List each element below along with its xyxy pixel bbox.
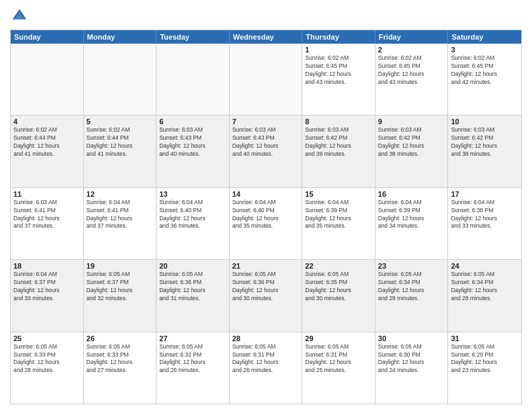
calendar-cell-23: 23Sunrise: 6:05 AM Sunset: 6:34 PM Dayli…	[375, 260, 449, 331]
day-number: 12	[87, 190, 154, 198]
day-number: 21	[232, 262, 300, 270]
day-number: 26	[87, 334, 154, 342]
calendar-cell-empty-0-1	[84, 44, 157, 115]
calendar-cell-empty-0-2	[157, 44, 230, 115]
calendar-cell-29: 29Sunrise: 6:05 AM Sunset: 6:31 PM Dayli…	[302, 332, 375, 404]
calendar-cell-20: 20Sunrise: 6:05 AM Sunset: 6:36 PM Dayli…	[157, 260, 230, 331]
day-number: 6	[159, 118, 226, 126]
day-info: Sunrise: 6:02 AM Sunset: 6:44 PM Dayligh…	[13, 126, 81, 158]
day-info: Sunrise: 6:04 AM Sunset: 6:39 PM Dayligh…	[305, 199, 372, 231]
calendar-cell-25: 25Sunrise: 6:05 AM Sunset: 6:33 PM Dayli…	[11, 332, 84, 404]
day-info: Sunrise: 6:03 AM Sunset: 6:43 PM Dayligh…	[159, 126, 226, 158]
calendar-cell-9: 9Sunrise: 6:03 AM Sunset: 6:42 PM Daylig…	[375, 116, 449, 187]
day-number: 20	[159, 262, 226, 270]
calendar-body: 1Sunrise: 6:02 AM Sunset: 6:45 PM Daylig…	[11, 44, 521, 404]
calendar-cell-empty-0-0	[11, 44, 84, 115]
day-info: Sunrise: 6:03 AM Sunset: 6:42 PM Dayligh…	[305, 126, 372, 158]
calendar-cell-24: 24Sunrise: 6:05 AM Sunset: 6:34 PM Dayli…	[448, 260, 521, 331]
header-day-wednesday: Wednesday	[230, 30, 303, 44]
calendar-cell-15: 15Sunrise: 6:04 AM Sunset: 6:39 PM Dayli…	[302, 188, 375, 259]
page: SundayMondayTuesdayWednesdayThursdayFrid…	[0, 0, 532, 411]
calendar-cell-3: 3Sunrise: 6:02 AM Sunset: 6:45 PM Daylig…	[448, 44, 521, 115]
calendar-cell-11: 11Sunrise: 6:03 AM Sunset: 6:41 PM Dayli…	[11, 188, 84, 259]
day-number: 4	[13, 118, 81, 126]
calendar-row-0: 1Sunrise: 6:02 AM Sunset: 6:45 PM Daylig…	[11, 44, 521, 116]
day-info: Sunrise: 6:05 AM Sunset: 6:30 PM Dayligh…	[378, 343, 445, 375]
day-number: 13	[159, 190, 226, 198]
day-info: Sunrise: 6:03 AM Sunset: 6:43 PM Dayligh…	[232, 126, 300, 158]
day-number: 29	[305, 334, 372, 342]
calendar-cell-22: 22Sunrise: 6:05 AM Sunset: 6:35 PM Dayli…	[302, 260, 375, 331]
calendar-cell-19: 19Sunrise: 6:05 AM Sunset: 6:37 PM Dayli…	[84, 260, 157, 331]
calendar-cell-1: 1Sunrise: 6:02 AM Sunset: 6:45 PM Daylig…	[302, 44, 375, 115]
day-number: 23	[378, 262, 445, 270]
calendar-cell-28: 28Sunrise: 6:05 AM Sunset: 6:31 PM Dayli…	[230, 332, 303, 404]
day-info: Sunrise: 6:05 AM Sunset: 6:34 PM Dayligh…	[451, 271, 519, 303]
day-number: 28	[232, 334, 300, 342]
day-info: Sunrise: 6:05 AM Sunset: 6:36 PM Dayligh…	[159, 271, 226, 303]
header	[10, 7, 522, 26]
day-info: Sunrise: 6:02 AM Sunset: 6:45 PM Dayligh…	[378, 54, 445, 87]
calendar-cell-2: 2Sunrise: 6:02 AM Sunset: 6:45 PM Daylig…	[375, 44, 449, 115]
day-number: 31	[451, 334, 519, 342]
day-info: Sunrise: 6:03 AM Sunset: 6:42 PM Dayligh…	[378, 126, 445, 158]
day-info: Sunrise: 6:05 AM Sunset: 6:34 PM Dayligh…	[378, 271, 445, 303]
day-info: Sunrise: 6:04 AM Sunset: 6:40 PM Dayligh…	[159, 199, 226, 231]
header-day-tuesday: Tuesday	[157, 30, 230, 44]
day-number: 9	[378, 118, 445, 126]
day-number: 15	[305, 190, 372, 198]
day-info: Sunrise: 6:03 AM Sunset: 6:41 PM Dayligh…	[13, 199, 81, 231]
day-info: Sunrise: 6:04 AM Sunset: 6:39 PM Dayligh…	[378, 199, 445, 231]
calendar-cell-27: 27Sunrise: 6:05 AM Sunset: 6:32 PM Dayli…	[157, 332, 230, 404]
logo-icon	[10, 7, 29, 26]
day-number: 27	[159, 334, 226, 342]
day-info: Sunrise: 6:04 AM Sunset: 6:38 PM Dayligh…	[451, 199, 519, 231]
calendar-cell-8: 8Sunrise: 6:03 AM Sunset: 6:42 PM Daylig…	[302, 116, 375, 187]
calendar-cell-30: 30Sunrise: 6:05 AM Sunset: 6:30 PM Dayli…	[375, 332, 449, 404]
calendar-cell-5: 5Sunrise: 6:02 AM Sunset: 6:44 PM Daylig…	[84, 116, 157, 187]
day-info: Sunrise: 6:02 AM Sunset: 6:44 PM Dayligh…	[87, 126, 154, 158]
calendar-cell-6: 6Sunrise: 6:03 AM Sunset: 6:43 PM Daylig…	[157, 116, 230, 187]
calendar-cell-10: 10Sunrise: 6:03 AM Sunset: 6:42 PM Dayli…	[448, 116, 521, 187]
day-info: Sunrise: 6:05 AM Sunset: 6:32 PM Dayligh…	[159, 343, 226, 375]
day-info: Sunrise: 6:04 AM Sunset: 6:41 PM Dayligh…	[87, 199, 154, 231]
header-day-friday: Friday	[375, 30, 449, 44]
day-info: Sunrise: 6:05 AM Sunset: 6:29 PM Dayligh…	[451, 343, 519, 375]
calendar-row-4: 25Sunrise: 6:05 AM Sunset: 6:33 PM Dayli…	[11, 332, 521, 404]
calendar-cell-21: 21Sunrise: 6:05 AM Sunset: 6:36 PM Dayli…	[230, 260, 303, 331]
calendar-cell-empty-0-3	[230, 44, 303, 115]
day-number: 1	[305, 46, 372, 54]
calendar-row-1: 4Sunrise: 6:02 AM Sunset: 6:44 PM Daylig…	[11, 116, 521, 187]
calendar-cell-7: 7Sunrise: 6:03 AM Sunset: 6:43 PM Daylig…	[230, 116, 303, 187]
calendar-cell-4: 4Sunrise: 6:02 AM Sunset: 6:44 PM Daylig…	[11, 116, 84, 187]
calendar-row-2: 11Sunrise: 6:03 AM Sunset: 6:41 PM Dayli…	[11, 188, 521, 260]
day-info: Sunrise: 6:02 AM Sunset: 6:45 PM Dayligh…	[305, 54, 372, 87]
header-day-sunday: Sunday	[11, 30, 84, 44]
day-number: 17	[451, 190, 519, 198]
day-number: 22	[305, 262, 372, 270]
day-number: 7	[232, 118, 300, 126]
calendar-cell-14: 14Sunrise: 6:04 AM Sunset: 6:40 PM Dayli…	[230, 188, 303, 259]
day-number: 24	[451, 262, 519, 270]
day-info: Sunrise: 6:04 AM Sunset: 6:40 PM Dayligh…	[232, 199, 300, 231]
calendar-cell-12: 12Sunrise: 6:04 AM Sunset: 6:41 PM Dayli…	[84, 188, 157, 259]
day-info: Sunrise: 6:03 AM Sunset: 6:42 PM Dayligh…	[451, 126, 519, 158]
calendar-header: SundayMondayTuesdayWednesdayThursdayFrid…	[11, 30, 521, 44]
day-info: Sunrise: 6:05 AM Sunset: 6:35 PM Dayligh…	[305, 271, 372, 303]
calendar-cell-18: 18Sunrise: 6:04 AM Sunset: 6:37 PM Dayli…	[11, 260, 84, 331]
day-number: 16	[378, 190, 445, 198]
day-info: Sunrise: 6:05 AM Sunset: 6:33 PM Dayligh…	[87, 343, 154, 375]
day-number: 18	[13, 262, 81, 270]
calendar-cell-13: 13Sunrise: 6:04 AM Sunset: 6:40 PM Dayli…	[157, 188, 230, 259]
day-info: Sunrise: 6:05 AM Sunset: 6:36 PM Dayligh…	[232, 271, 300, 303]
header-day-saturday: Saturday	[448, 30, 521, 44]
day-number: 11	[13, 190, 81, 198]
day-number: 25	[13, 334, 81, 342]
day-number: 10	[451, 118, 519, 126]
day-number: 3	[451, 46, 519, 54]
day-info: Sunrise: 6:05 AM Sunset: 6:31 PM Dayligh…	[305, 343, 372, 375]
calendar-cell-26: 26Sunrise: 6:05 AM Sunset: 6:33 PM Dayli…	[84, 332, 157, 404]
day-number: 5	[87, 118, 154, 126]
day-number: 8	[305, 118, 372, 126]
calendar-cell-31: 31Sunrise: 6:05 AM Sunset: 6:29 PM Dayli…	[448, 332, 521, 404]
